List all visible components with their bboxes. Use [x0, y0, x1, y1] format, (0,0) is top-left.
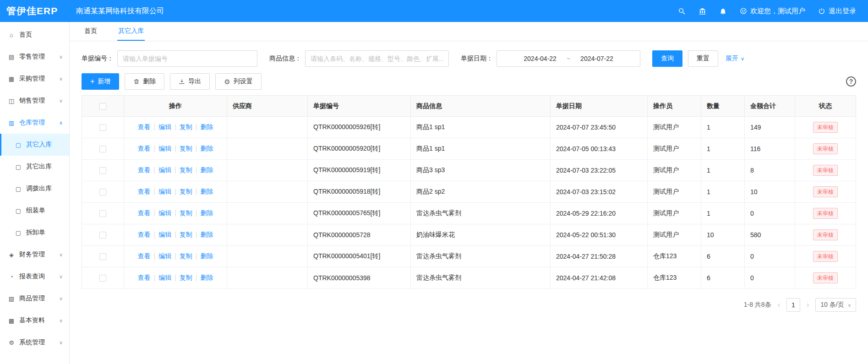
action-separator: |: [175, 145, 176, 152]
date-from[interactable]: 2024-04-22: [524, 55, 557, 62]
select-all-checkbox[interactable]: [99, 103, 106, 110]
edit-link[interactable]: 编辑: [158, 166, 171, 174]
sidebar-item-basic[interactable]: ▩基本资料∨: [0, 310, 69, 331]
sidebar-item-home[interactable]: ⌂首页: [0, 24, 69, 46]
edit-link[interactable]: 编辑: [158, 252, 171, 260]
operator-cell: 测试用户: [648, 160, 701, 181]
sidebar-item-system[interactable]: ⚙系统管理∨: [0, 331, 69, 353]
sidebar-item-finance[interactable]: ◈财务管理∨: [0, 244, 69, 266]
copy-link[interactable]: 复制: [180, 145, 192, 152]
row-checkbox[interactable]: [99, 146, 106, 152]
bill-no-input[interactable]: [117, 50, 257, 67]
row-checkbox[interactable]: [99, 210, 106, 217]
edit-link[interactable]: 编辑: [158, 188, 171, 195]
sidebar-item-goods[interactable]: ▧商品管理∨: [0, 288, 69, 310]
sidebar-item-sales[interactable]: ◫销售管理∨: [0, 90, 69, 112]
action-separator: |: [175, 188, 176, 195]
copy-link[interactable]: 复制: [180, 274, 192, 281]
edit-link[interactable]: 编辑: [158, 231, 171, 238]
user-menu[interactable]: 欢迎您，测试用户: [740, 7, 805, 16]
sidebar-subitem-label: 其它出库: [26, 163, 52, 171]
status-cell: 未审核: [795, 138, 856, 160]
edit-link[interactable]: 编辑: [158, 274, 171, 281]
search-button[interactable]: 查询: [652, 50, 682, 67]
sidebar-item-report[interactable]: ◔报表查询∨: [0, 266, 69, 288]
sidebar-item-retail[interactable]: ▤零售管理∨: [0, 46, 69, 68]
bell-icon[interactable]: [719, 7, 727, 15]
edit-link[interactable]: 编辑: [158, 145, 171, 152]
row-checkbox[interactable]: [99, 232, 106, 239]
view-link[interactable]: 查看: [138, 188, 151, 195]
reset-button[interactable]: 重置: [688, 50, 718, 67]
date-range-picker[interactable]: 2024-04-22 ~ 2024-07-22: [497, 50, 640, 67]
supplier-cell: [227, 160, 308, 181]
view-link[interactable]: 查看: [138, 123, 151, 130]
delete-link[interactable]: 删除: [200, 145, 213, 152]
date-cell: 2024-07-07 23:45:50: [551, 117, 648, 138]
prev-page-button[interactable]: ‹: [777, 301, 781, 309]
copy-link[interactable]: 复制: [180, 252, 192, 260]
home-icon: ⌂: [7, 32, 16, 38]
product-cell: 雷达杀虫气雾剂: [411, 246, 551, 267]
delete-link[interactable]: 删除: [200, 252, 213, 260]
column-settings-button[interactable]: ⚙ 列设置: [215, 73, 261, 90]
export-button[interactable]: 导出: [170, 73, 210, 90]
logout-button[interactable]: 退出登录: [818, 7, 856, 16]
sidebar-subitem-other-out[interactable]: ▢其它出库: [0, 156, 69, 178]
sidebar-subitem-other-in[interactable]: ▢其它入库: [0, 134, 69, 156]
copy-link[interactable]: 复制: [180, 123, 192, 130]
sidebar-subitem-transfer-out[interactable]: ▢调拨出库: [0, 178, 69, 200]
date-to[interactable]: 2024-07-22: [580, 55, 613, 62]
column-header-8: 状态: [795, 96, 856, 117]
copy-link[interactable]: 复制: [180, 231, 192, 238]
row-actions: 查看|编辑|复制|删除: [124, 203, 227, 224]
product-cell: 商品2 sp2: [411, 181, 551, 203]
view-link[interactable]: 查看: [138, 252, 151, 260]
smiley-icon: [740, 7, 747, 15]
view-link[interactable]: 查看: [138, 231, 151, 238]
product-input[interactable]: [305, 50, 449, 67]
app-logo: 管伊佳ERP: [0, 5, 70, 17]
home-portal-icon[interactable]: [699, 7, 706, 15]
sidebar-item-purchase[interactable]: ▦采购管理∨: [0, 68, 69, 90]
add-button[interactable]: + 新增: [82, 73, 119, 90]
help-icon[interactable]: ?: [846, 76, 856, 87]
delete-link[interactable]: 删除: [200, 274, 213, 281]
view-link[interactable]: 查看: [138, 145, 151, 152]
sidebar-item-warehouse[interactable]: ▥仓库管理∧: [0, 112, 69, 134]
tab-home[interactable]: 首页: [83, 22, 98, 41]
view-link[interactable]: 查看: [138, 209, 151, 217]
delete-link[interactable]: 删除: [200, 123, 213, 130]
delete-link[interactable]: 删除: [200, 209, 213, 217]
row-checkbox[interactable]: [99, 189, 106, 196]
delete-button[interactable]: 删除: [125, 73, 164, 90]
delete-link[interactable]: 删除: [200, 188, 213, 195]
sidebar-subitem-assembly[interactable]: ▢组装单: [0, 200, 69, 222]
row-checkbox[interactable]: [99, 124, 106, 131]
next-page-button[interactable]: ›: [806, 301, 810, 309]
copy-link[interactable]: 复制: [180, 166, 192, 174]
plus-icon: +: [90, 78, 94, 85]
row-checkbox[interactable]: [99, 253, 106, 260]
copy-link[interactable]: 复制: [180, 188, 192, 195]
view-link[interactable]: 查看: [138, 274, 151, 281]
row-checkbox[interactable]: [99, 275, 106, 282]
doc-icon: ▢: [14, 163, 22, 170]
page-size-select[interactable]: 10 条/页 ∨: [815, 298, 856, 312]
row-checkbox[interactable]: [99, 167, 106, 174]
status-cell: 未审核: [795, 203, 856, 224]
copy-link[interactable]: 复制: [180, 209, 192, 217]
edit-link[interactable]: 编辑: [158, 209, 171, 217]
search-icon[interactable]: [678, 7, 686, 15]
tab-other-in[interactable]: 其它入库: [117, 22, 145, 41]
delete-link[interactable]: 删除: [200, 231, 213, 238]
delete-link[interactable]: 删除: [200, 166, 213, 174]
view-link[interactable]: 查看: [138, 166, 151, 174]
table-row: 查看|编辑|复制|删除QTRK00000005920[转]商品1 sp12024…: [82, 138, 856, 160]
download-icon: [179, 78, 185, 85]
current-page-button[interactable]: 1: [786, 298, 800, 312]
row-checkbox-cell: [82, 181, 124, 203]
sidebar-subitem-disassembly[interactable]: ▢拆卸单: [0, 222, 69, 244]
expand-toggle[interactable]: 展开 ∨: [726, 54, 744, 63]
edit-link[interactable]: 编辑: [158, 123, 171, 130]
